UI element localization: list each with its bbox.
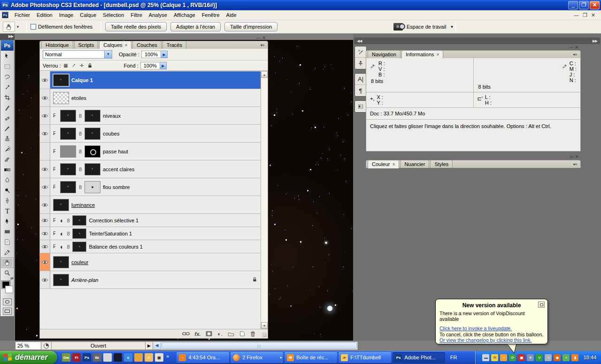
- scroll-left-icon[interactable]: ◀: [153, 342, 161, 349]
- quick-launch-overflow-icon[interactable]: »: [166, 353, 169, 359]
- layer-thumbnail[interactable]: [60, 110, 76, 122]
- layer-row[interactable]: couleur: [40, 253, 268, 271]
- scroll-down-icon[interactable]: ▼: [261, 322, 268, 329]
- layer-name[interactable]: Balance des couleurs 1: [89, 244, 142, 250]
- layer-name[interactable]: Arrière-plan: [71, 277, 98, 283]
- layer-row[interactable]: ₣8niveaux: [40, 107, 268, 125]
- layer-visibility-toggle[interactable]: [40, 214, 50, 227]
- dock-collapse-icon[interactable]: ◀◀: [357, 39, 362, 43]
- menu-item-fenêtre[interactable]: Fenêtre: [199, 11, 223, 19]
- dual-display-icon[interactable]: ▣: [518, 354, 525, 361]
- layer-visibility-toggle[interactable]: [40, 253, 50, 271]
- network-error-icon[interactable]: ✕: [527, 354, 534, 361]
- close-tab-icon[interactable]: ×: [437, 52, 439, 57]
- layer-mask-thumbnail[interactable]: [85, 128, 100, 140]
- photoshop-icon[interactable]: Ps: [83, 353, 91, 362]
- color-palette-menu-icon[interactable]: ▾≡: [571, 162, 579, 167]
- layer-mask-thumbnail[interactable]: [72, 242, 86, 252]
- task-button[interactable]: ✉Boîte de réc...: [285, 352, 337, 363]
- print-size-button[interactable]: Taille d'impression: [224, 22, 278, 31]
- layer-mask-thumbnail[interactable]: [85, 110, 100, 122]
- tab-scripts[interactable]: Scripts: [74, 41, 99, 49]
- marquee-tool[interactable]: [1, 61, 14, 72]
- toolbox-collapse-icon[interactable]: ▶▶: [0, 34, 15, 40]
- layer-row[interactable]: Arrière-plan: [40, 271, 268, 289]
- blend-mode-dropdown-icon[interactable]: ▼: [104, 51, 112, 58]
- lock-all-icon[interactable]: [87, 62, 93, 68]
- opacity-value[interactable]: 100%: [141, 51, 161, 58]
- menu-item-affichage[interactable]: Affichage: [170, 11, 199, 19]
- balloon-changelog-link[interactable]: Or view the changelog by clicking this l…: [439, 337, 544, 343]
- layer-visibility-toggle[interactable]: [40, 196, 50, 213]
- doc-close-button[interactable]: ✕: [591, 12, 595, 18]
- menu-item-analyse[interactable]: Analyse: [146, 11, 170, 19]
- terminal-icon[interactable]: [114, 353, 122, 362]
- task-button[interactable]: PsAdobe Phot...: [393, 352, 445, 363]
- layer-row[interactable]: etoiles: [40, 89, 268, 107]
- layer-thumbnail[interactable]: [53, 92, 69, 104]
- layer-visibility-toggle[interactable]: [40, 160, 50, 178]
- scroll-all-windows-checkbox[interactable]: [31, 24, 36, 30]
- voipdiscount-icon[interactable]: V: [536, 354, 543, 361]
- new-group-icon[interactable]: [228, 332, 234, 336]
- tab-couleur[interactable]: Couleur×: [368, 160, 399, 168]
- layer-visibility-toggle[interactable]: [40, 240, 50, 253]
- pen-tool[interactable]: [1, 196, 14, 206]
- media-player-icon[interactable]: [134, 353, 143, 362]
- layer-thumbnail[interactable]: [60, 145, 76, 158]
- eyedropper-tool[interactable]: [1, 247, 14, 258]
- layer-name[interactable]: niveaux: [103, 113, 121, 119]
- new-layer-icon[interactable]: [239, 331, 245, 336]
- balloon-update-link[interactable]: Click here to invoke a liveupdate.: [439, 326, 544, 331]
- status-menu-icon[interactable]: ▶: [146, 341, 153, 350]
- flash-icon[interactable]: Fl: [72, 353, 81, 362]
- history-brush-tool[interactable]: [1, 144, 14, 154]
- explorer-window-icon[interactable]: [103, 353, 112, 362]
- brush-presets-icon[interactable]: [355, 46, 366, 58]
- layer-visibility-toggle[interactable]: [40, 271, 50, 288]
- layer-thumbnail[interactable]: [53, 274, 69, 286]
- usb-device-icon[interactable]: ⌁: [562, 354, 570, 361]
- layer-mask-thumbnail[interactable]: [72, 228, 86, 239]
- quick-mask-button[interactable]: [3, 298, 12, 305]
- layer-name[interactable]: couleur: [71, 259, 88, 265]
- tab-calques[interactable]: Calques×: [99, 41, 131, 49]
- image-viewer-icon[interactable]: ▣: [155, 353, 163, 362]
- color-collapse-icon[interactable]: ▭: [570, 154, 575, 159]
- screen-mode-button[interactable]: [3, 308, 12, 315]
- layer-name[interactable]: Calque 1: [71, 77, 93, 83]
- healing-brush-tool[interactable]: [1, 113, 14, 123]
- organizer-icon[interactable]: ✓: [145, 353, 153, 362]
- layer-visibility-toggle[interactable]: [40, 125, 50, 142]
- clone-stamp-tool[interactable]: [1, 134, 14, 144]
- lock-transparency-icon[interactable]: ▦: [63, 62, 69, 68]
- layer-name[interactable]: coubes: [103, 131, 119, 136]
- layer-visibility-toggle[interactable]: [40, 143, 50, 160]
- tab-styles[interactable]: Styles: [430, 160, 453, 168]
- layer-thumbnail[interactable]: [60, 181, 76, 193]
- adjustment-layer-icon[interactable]: ◐: [60, 230, 64, 237]
- mail-tray-icon[interactable]: ✉: [491, 354, 498, 361]
- tab-nuancier[interactable]: Nuancier: [400, 160, 429, 168]
- tab-navigation[interactable]: Navigation: [368, 50, 401, 58]
- palette-minimize-icon[interactable]: —: [256, 36, 262, 40]
- scroll-thumb[interactable]: [162, 342, 357, 349]
- volume-icon[interactable]: ◉: [554, 354, 561, 361]
- layer-thumbnail[interactable]: [60, 128, 76, 140]
- layer-row[interactable]: Calque 1: [40, 71, 268, 89]
- opacity-slider-icon[interactable]: ▶: [161, 51, 168, 58]
- menu-item-calque[interactable]: Calque: [77, 11, 100, 19]
- layer-thumbnail[interactable]: [53, 256, 69, 268]
- layer-name[interactable]: passe haut: [103, 149, 128, 154]
- hand-tool-preset[interactable]: [3, 22, 15, 32]
- battery-icon[interactable]: ▮: [571, 354, 578, 361]
- eyedropper-rgb-icon[interactable]: [370, 61, 377, 77]
- update-shield-icon[interactable]: ⟳: [509, 354, 516, 361]
- eyedropper-cmyk-icon[interactable]: [561, 61, 568, 83]
- fill-value[interactable]: 100%: [140, 62, 160, 69]
- layer-mask-thumbnail[interactable]: [85, 181, 100, 193]
- layer-visibility-toggle[interactable]: [40, 89, 50, 106]
- layer-name[interactable]: Correction sélective 1: [89, 218, 139, 223]
- internet-explorer-icon[interactable]: e: [124, 353, 132, 362]
- menu-item-aide[interactable]: Aide: [223, 11, 240, 19]
